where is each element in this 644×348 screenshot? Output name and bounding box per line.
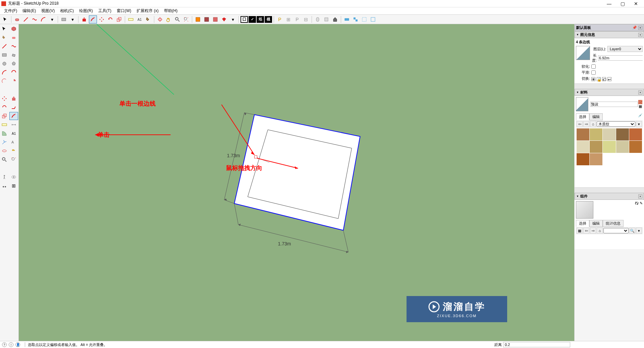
material-close[interactable]: × (638, 91, 642, 95)
material-swatch[interactable] (576, 97, 588, 111)
mat-item[interactable] (603, 128, 615, 140)
move-tool[interactable] (98, 15, 106, 23)
ruby-tool[interactable] (220, 15, 228, 23)
minimize-button[interactable]: — (602, 1, 616, 6)
section-fill[interactable] (211, 15, 219, 23)
pushpull-tool[interactable] (80, 15, 88, 23)
layout-tool-3[interactable]: P (293, 15, 301, 23)
offset-tool[interactable] (89, 15, 97, 23)
layout-tool-1[interactable]: P (276, 15, 284, 23)
comp-search[interactable]: 🔍 (629, 228, 635, 234)
menu-camera[interactable]: 相机(C) (57, 8, 76, 14)
style-sq4[interactable]: 模 (265, 16, 272, 23)
orbit-tool[interactable] (156, 15, 164, 23)
st-rect[interactable] (0, 51, 9, 59)
tape-tool[interactable] (127, 15, 135, 23)
mat-tab-edit[interactable]: 编辑 (589, 113, 603, 120)
view-tool-3[interactable] (360, 15, 368, 23)
back-icon[interactable]: ↩ (607, 77, 611, 81)
st-paint[interactable] (0, 34, 9, 42)
lock-icon[interactable]: 🔒 (597, 77, 601, 81)
section-tool[interactable] (194, 15, 202, 23)
mat-category[interactable]: 木质纹 (597, 121, 635, 127)
menu-view[interactable]: 视图(V) (39, 8, 57, 14)
st-scale[interactable] (0, 112, 9, 120)
st-dim[interactable] (9, 121, 18, 129)
view-tool-1[interactable] (343, 15, 351, 23)
mat-item[interactable] (590, 128, 602, 140)
st-sandbox[interactable]: ⊞ (9, 182, 18, 190)
comp-view[interactable]: ▦ (577, 228, 583, 234)
paint-tool[interactable] (144, 15, 152, 23)
zoom-extents-tool[interactable] (182, 15, 190, 23)
ruby-tool-2[interactable]: ▾ (229, 15, 237, 23)
mat-home[interactable]: ⌂ (590, 121, 596, 127)
menu-window[interactable]: 窗口(W) (114, 8, 134, 14)
st-protractor[interactable] (0, 129, 9, 137)
tray-close[interactable]: × (638, 26, 642, 30)
eyedropper-icon[interactable]: 💉 (638, 113, 643, 120)
comp-tab3[interactable]: 统计信息 (603, 220, 624, 227)
st-walk[interactable] (0, 173, 9, 181)
solid-tool-3[interactable] (331, 15, 339, 23)
st-zoom[interactable] (0, 156, 9, 164)
st-zoomext[interactable] (9, 156, 18, 164)
menu-ext[interactable]: 扩展程序 (x) (134, 8, 161, 14)
menu-edit[interactable]: 编辑(E) (20, 8, 39, 14)
layout-tool-4[interactable]: ⊟ (302, 15, 310, 23)
st-poly[interactable] (9, 60, 18, 68)
mat-item[interactable] (616, 128, 629, 140)
status-icon-2[interactable]: i (9, 342, 13, 347)
length-input[interactable] (598, 55, 643, 61)
layer-select[interactable]: Layer0 (607, 46, 643, 52)
material-preset[interactable] (590, 102, 638, 107)
smooth-check[interactable] (591, 70, 596, 75)
st-circle[interactable] (0, 60, 9, 68)
mat-item[interactable] (577, 153, 589, 165)
pin-icon[interactable]: 📌 (632, 25, 637, 30)
st-tape[interactable] (0, 121, 9, 129)
zoom-tool[interactable] (173, 15, 181, 23)
st-pan[interactable] (9, 147, 18, 155)
view-tool-4[interactable] (369, 15, 377, 23)
st-move[interactable] (0, 95, 9, 103)
st-text[interactable]: A1 (9, 129, 18, 137)
mat-item[interactable] (577, 141, 589, 153)
st-select[interactable] (0, 25, 9, 33)
mat-item[interactable] (577, 128, 589, 140)
st-axes[interactable] (0, 138, 9, 146)
comp-category[interactable] (603, 228, 629, 233)
st-rotate[interactable] (0, 103, 9, 111)
vis-icon[interactable]: 👁 (591, 77, 595, 81)
arc-tool[interactable] (39, 15, 47, 23)
comp-tab1[interactable]: 选择 (576, 220, 589, 227)
mat-create-icon[interactable]: ▦ (638, 104, 643, 109)
mat-item[interactable] (629, 128, 642, 140)
st-line[interactable] (0, 42, 9, 50)
st-eraser[interactable] (9, 34, 18, 42)
maximize-button[interactable]: ▢ (616, 1, 629, 6)
st-offset[interactable] (9, 112, 18, 120)
solid-tool-1[interactable] (314, 15, 322, 23)
distance-input[interactable] (503, 342, 570, 347)
menu-help[interactable]: 帮助(H) (161, 8, 180, 14)
menu-file[interactable]: 文件(F) (1, 8, 20, 14)
tag-icon[interactable]: 🏷 (602, 77, 606, 81)
freehand-tool[interactable] (31, 15, 39, 23)
comp-fwd[interactable]: ⇨ (590, 228, 596, 234)
st-arc3[interactable] (0, 77, 9, 85)
line-tool[interactable] (22, 15, 30, 23)
comp-tag-icon[interactable]: ✎ (640, 201, 643, 205)
st-followme[interactable] (9, 103, 18, 111)
comp-tab2[interactable]: 编辑 (589, 220, 603, 227)
mat-item[interactable] (629, 141, 642, 153)
status-icon-1[interactable]: ? (2, 342, 7, 347)
layout-tool-2[interactable]: ⊞ (284, 15, 292, 23)
select-tool[interactable] (1, 15, 9, 23)
st-lookaround[interactable] (9, 173, 18, 181)
status-icon-3[interactable]: 👤 (15, 342, 20, 347)
st-freehand[interactable] (9, 42, 18, 50)
component-close[interactable]: × (638, 194, 642, 198)
st-orbit[interactable] (0, 147, 9, 155)
mat-menu[interactable]: ▾ (636, 121, 642, 127)
